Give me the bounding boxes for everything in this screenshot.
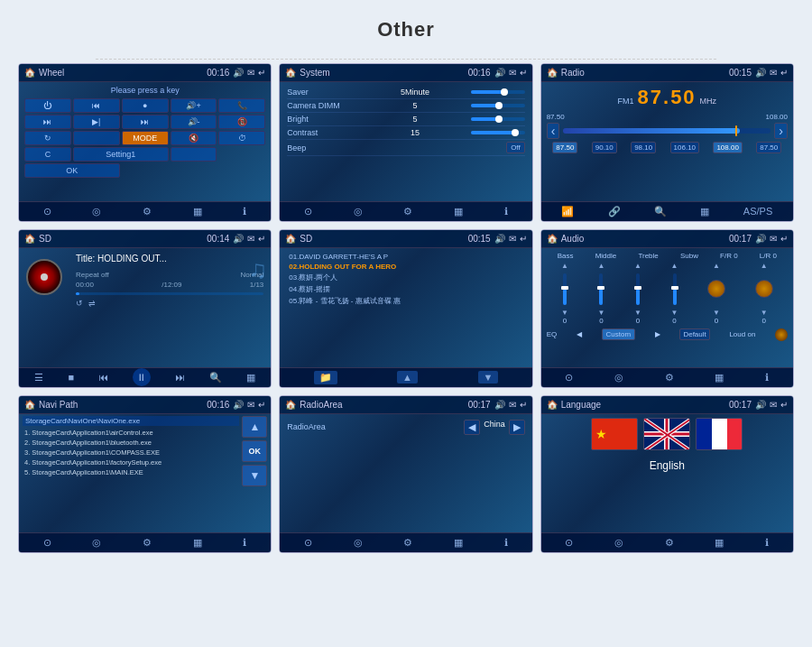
footer-icon-3[interactable]: 🔍 [654, 206, 667, 217]
footer-icon-5[interactable]: ℹ [504, 537, 508, 549]
radio-preset-4[interactable]: 106.10 [670, 142, 699, 153]
footer-icon-list[interactable]: ☰ [34, 372, 43, 384]
flag-france[interactable] [696, 418, 743, 450]
navi-ok-btn[interactable]: OK [242, 440, 267, 462]
home-icon[interactable]: 🏠 [24, 234, 35, 244]
footer-icon-4[interactable]: ▦ [193, 537, 202, 549]
wheel-btn-prev[interactable]: ⏮ [73, 98, 120, 113]
fr-knob[interactable] [707, 280, 725, 298]
radio-preset-1[interactable]: 87.50 [552, 142, 577, 153]
wheel-btn-mute[interactable]: 🔇 [171, 131, 217, 145]
footer-icon-play[interactable]: ⏸ [133, 368, 151, 386]
footer-icon-folder[interactable]: 📁 [314, 371, 337, 384]
middle-slider[interactable]: ▲ ▼ 0 [597, 262, 604, 325]
fr-up[interactable]: ▲ [713, 262, 720, 270]
home-icon[interactable]: 🏠 [285, 400, 296, 410]
footer-icon-1[interactable]: ⊙ [43, 537, 51, 549]
navi-up-btn[interactable]: ▲ [242, 416, 267, 438]
email-icon[interactable]: ✉ [770, 400, 777, 410]
home-icon[interactable]: 🏠 [285, 68, 296, 78]
wheel-btn-power[interactable]: ⏻ [24, 98, 71, 113]
wheel-btn-repeat[interactable]: ↻ [24, 131, 71, 145]
footer-icon-2[interactable]: ◎ [614, 372, 623, 384]
footer-icon-4[interactable]: ▦ [700, 206, 709, 217]
footer-icon-1[interactable]: ⊙ [304, 206, 312, 217]
email-icon[interactable]: ✉ [509, 234, 516, 244]
wheel-btn-call[interactable]: 📞 [218, 98, 265, 113]
sound-icon[interactable]: 🔊 [233, 68, 244, 78]
middle-up[interactable]: ▲ [597, 262, 604, 270]
footer-icon-1[interactable]: ⊙ [304, 537, 312, 549]
footer-icon-4[interactable]: ▦ [715, 537, 724, 549]
back-icon[interactable]: ↵ [520, 68, 527, 78]
back-icon[interactable]: ↵ [520, 400, 527, 410]
footer-icon-5[interactable]: ℹ [243, 537, 246, 549]
sound-icon[interactable]: 🔊 [233, 234, 244, 244]
lr-down[interactable]: ▼ [761, 309, 768, 317]
middle-down[interactable]: ▼ [597, 309, 604, 317]
sound-icon[interactable]: 🔊 [755, 400, 766, 410]
radio-preset-3[interactable]: 98.10 [631, 142, 656, 153]
eq-custom-btn[interactable]: Custom [602, 328, 636, 340]
radio-arrow-right[interactable]: › [774, 123, 788, 139]
footer-icon-2[interactable]: ◎ [354, 206, 363, 217]
sound-icon[interactable]: 🔊 [494, 400, 505, 410]
wheel-btn-mode[interactable]: MODE [122, 131, 169, 145]
subw-up[interactable]: ▲ [671, 262, 678, 270]
subw-slider[interactable]: ▲ ▼ 0 [671, 262, 678, 325]
footer-icon-4[interactable]: ▦ [715, 372, 724, 384]
radio-preset-6[interactable]: 87.50 [756, 142, 781, 153]
wheel-btn-playpause[interactable]: ▶| [73, 115, 120, 129]
treble-down[interactable]: ▼ [634, 309, 641, 317]
back-icon[interactable]: ↵ [780, 68, 788, 78]
footer-icon-5[interactable]: ℹ [765, 372, 769, 384]
footer-icon-2[interactable]: ◎ [614, 537, 623, 549]
playlist-item-5[interactable]: 05.郭峰 - 雪花飞扬 - 惠威试音碟 惠 [287, 295, 524, 307]
treble-up[interactable]: ▲ [634, 262, 641, 270]
sound-icon[interactable]: 🔊 [755, 68, 766, 78]
beep-toggle[interactable]: Off [506, 142, 525, 153]
lr-knob[interactable] [755, 280, 773, 298]
back-icon[interactable]: ↵ [258, 400, 265, 410]
wheel-btn-c[interactable]: C [24, 147, 71, 162]
camera-slider[interactable] [471, 104, 525, 107]
playlist-item-1[interactable]: 01.DAVID GARRETT-HE'S A P [287, 252, 524, 262]
footer-icon-1[interactable]: ⊙ [565, 372, 573, 384]
navi-item-3[interactable]: 3. StorageCard\Application1\COMPASS.EXE [23, 448, 239, 458]
home-icon[interactable]: 🏠 [547, 234, 558, 244]
wheel-btn-ok[interactable]: OK [24, 163, 120, 178]
sound-icon[interactable]: 🔊 [233, 400, 244, 410]
radioarea-arrow-left[interactable]: ◀ [464, 420, 480, 435]
fr-down[interactable]: ▼ [713, 309, 720, 317]
footer-icon-3[interactable]: ⚙ [665, 372, 674, 384]
back-icon[interactable]: ↵ [520, 234, 527, 244]
footer-icon-grid[interactable]: ▦ [246, 372, 255, 384]
email-icon[interactable]: ✉ [247, 234, 254, 244]
bright-slider[interactable] [471, 117, 525, 121]
eq-left-arrow[interactable]: ◀ [577, 330, 582, 338]
footer-icon-4[interactable]: ▦ [454, 206, 463, 217]
radio-preset-2[interactable]: 90.10 [592, 142, 617, 153]
footer-icon-next[interactable]: ⏭ [175, 372, 185, 383]
footer-icon-3[interactable]: ⚙ [403, 206, 412, 217]
subw-down[interactable]: ▼ [671, 309, 678, 317]
sound-icon[interactable]: 🔊 [494, 234, 505, 244]
email-icon[interactable]: ✉ [247, 68, 254, 78]
flag-china[interactable]: ★ [591, 418, 638, 450]
footer-icon-stop[interactable]: ■ [68, 372, 74, 383]
treble-slider[interactable]: ▲ ▼ 0 [634, 262, 641, 325]
sound-icon[interactable]: 🔊 [755, 234, 766, 244]
navi-item-5[interactable]: 5. StorageCard\Application1\MAIN.EXE [23, 467, 239, 477]
email-icon[interactable]: ✉ [509, 68, 516, 78]
email-icon[interactable]: ✉ [247, 400, 254, 410]
footer-icon-3[interactable]: ⚙ [665, 537, 674, 549]
footer-icon-2[interactable]: ◎ [92, 537, 101, 549]
radio-arrow-left[interactable]: ‹ [547, 123, 560, 139]
back-icon[interactable]: ↵ [780, 400, 788, 410]
navi-item-4[interactable]: 4. StorageCard\Application1\factorySetup… [23, 458, 239, 467]
wheel-btn-fwd[interactable]: ⏭ [24, 115, 71, 129]
wheel-btn-volup[interactable]: 🔊+ [171, 98, 217, 113]
footer-icon-5[interactable]: ℹ [765, 537, 769, 549]
navi-down-btn[interactable]: ▼ [242, 465, 267, 486]
navi-item-2[interactable]: 2. StorageCard\Application1\bluetooth.ex… [23, 438, 239, 448]
